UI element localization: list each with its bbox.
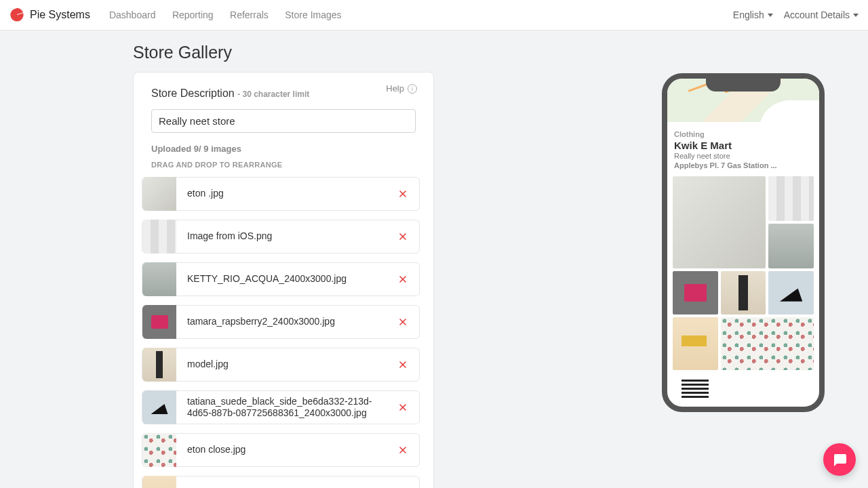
account-dropdown[interactable]: Account Details bbox=[784, 9, 859, 20]
nav-referrals[interactable]: Referrals bbox=[230, 9, 269, 20]
topbar: Pie Systems Dashboard Reporting Referral… bbox=[0, 0, 868, 30]
file-row[interactable]: Image from iOS.png bbox=[142, 220, 420, 253]
file-name: Image from iOS.png bbox=[176, 230, 391, 243]
description-limit: - 30 character limit bbox=[237, 89, 309, 99]
preview-gallery bbox=[667, 174, 819, 411]
account-label: Account Details bbox=[784, 9, 850, 20]
remove-file-button[interactable] bbox=[391, 395, 415, 420]
file-thumbnail bbox=[142, 348, 176, 382]
page-title: Store Gallery bbox=[133, 43, 434, 62]
gallery-image bbox=[768, 271, 814, 314]
file-thumbnail bbox=[142, 262, 176, 296]
remove-file-button[interactable] bbox=[391, 310, 415, 334]
nav-reporting[interactable]: Reporting bbox=[172, 9, 214, 20]
gallery-image bbox=[673, 271, 718, 314]
brand-logo-icon bbox=[9, 7, 24, 22]
remove-file-button[interactable] bbox=[391, 438, 415, 462]
file-list: eton .jpgImage from iOS.pngKETTY_RIO_ACQ… bbox=[151, 177, 416, 488]
close-icon bbox=[397, 274, 408, 285]
caret-down-icon bbox=[853, 14, 859, 17]
close-icon bbox=[397, 231, 408, 242]
file-name: tatiana_suede_black_side_be6da332-213d-4… bbox=[176, 396, 391, 420]
help-label: Help bbox=[386, 83, 404, 94]
chat-button[interactable] bbox=[823, 443, 856, 476]
file-row[interactable]: KETTY_RIO_ACQUA_2400x3000.jpg bbox=[142, 262, 420, 296]
description-label-row: Store Description - 30 character limit bbox=[151, 87, 416, 100]
close-icon bbox=[397, 317, 408, 327]
gallery-image bbox=[673, 176, 766, 268]
file-row[interactable]: tamara_rapsberry2_2400x3000.jpg bbox=[142, 305, 420, 339]
remove-file-button[interactable] bbox=[391, 267, 415, 291]
gallery-image bbox=[768, 176, 814, 221]
gallery-image bbox=[721, 317, 814, 370]
file-thumbnail bbox=[142, 433, 176, 467]
remove-file-button[interactable] bbox=[391, 481, 415, 488]
preview-curve bbox=[760, 100, 821, 158]
gallery-image bbox=[721, 271, 766, 314]
help-link[interactable]: Help i bbox=[386, 83, 417, 94]
file-thumbnail bbox=[142, 177, 176, 211]
file-row[interactable]: YARI_GIALO_ON_CLOSEUP_2400x3000.jpg bbox=[142, 476, 420, 488]
content: Store Gallery Help i Store Description -… bbox=[0, 30, 868, 488]
info-icon: i bbox=[408, 84, 417, 94]
left-nav: Pie Systems Dashboard Reporting Referral… bbox=[9, 7, 349, 22]
language-label: English bbox=[733, 9, 764, 20]
file-name: model.jpg bbox=[176, 359, 391, 371]
file-row[interactable]: tatiana_suede_black_side_be6da332-213d-4… bbox=[142, 390, 420, 424]
preview-header: Clothing Kwik E Mart Really neet store A… bbox=[667, 122, 819, 174]
drag-hint: DRAG AND DROP TO REARRANGE bbox=[151, 161, 416, 169]
left-column: Store Gallery Help i Store Description -… bbox=[133, 43, 434, 488]
description-label: Store Description bbox=[151, 87, 235, 99]
store-description-input[interactable] bbox=[151, 109, 416, 133]
brand-name: Pie Systems bbox=[30, 9, 90, 21]
close-icon bbox=[397, 359, 408, 370]
close-icon bbox=[397, 402, 408, 413]
nav-store-images[interactable]: Store Images bbox=[285, 9, 341, 20]
gallery-image bbox=[673, 373, 718, 405]
upload-count: Uploaded 9/ 9 images bbox=[151, 144, 416, 154]
file-name: KETTY_RIO_ACQUA_2400x3000.jpg bbox=[176, 273, 391, 285]
caret-down-icon bbox=[768, 14, 773, 17]
file-thumbnail bbox=[142, 305, 176, 339]
chat-icon bbox=[831, 451, 848, 468]
remove-file-button[interactable] bbox=[391, 182, 415, 206]
brand[interactable]: Pie Systems bbox=[9, 7, 90, 22]
phone-notch bbox=[706, 78, 781, 92]
language-dropdown[interactable]: English bbox=[733, 9, 773, 20]
preview-address: Applebys Pl. 7 Gas Station ... bbox=[674, 161, 812, 169]
file-name: tamara_rapsberry2_2400x3000.jpg bbox=[176, 316, 391, 328]
phone-preview: Clothing Kwik E Mart Really neet store A… bbox=[662, 73, 825, 412]
file-row[interactable]: model.jpg bbox=[142, 348, 420, 382]
nav-dashboard[interactable]: Dashboard bbox=[109, 9, 156, 20]
file-thumbnail bbox=[142, 390, 176, 424]
close-icon bbox=[397, 445, 408, 455]
file-row[interactable]: eton .jpg bbox=[142, 177, 420, 211]
right-nav: English Account Details bbox=[722, 9, 859, 20]
gallery-image bbox=[673, 317, 718, 370]
file-row[interactable]: eton close.jpg bbox=[142, 433, 420, 467]
nav-links: Dashboard Reporting Referrals Store Imag… bbox=[102, 9, 349, 21]
gallery-image bbox=[768, 224, 814, 268]
file-name: eton .jpg bbox=[176, 188, 391, 200]
remove-file-button[interactable] bbox=[391, 224, 415, 249]
remove-file-button[interactable] bbox=[391, 352, 415, 377]
close-icon bbox=[397, 188, 408, 199]
store-gallery-card: Help i Store Description - 30 character … bbox=[133, 72, 434, 488]
file-name: eton close.jpg bbox=[176, 444, 391, 456]
file-thumbnail bbox=[142, 476, 176, 488]
file-thumbnail bbox=[142, 220, 176, 253]
